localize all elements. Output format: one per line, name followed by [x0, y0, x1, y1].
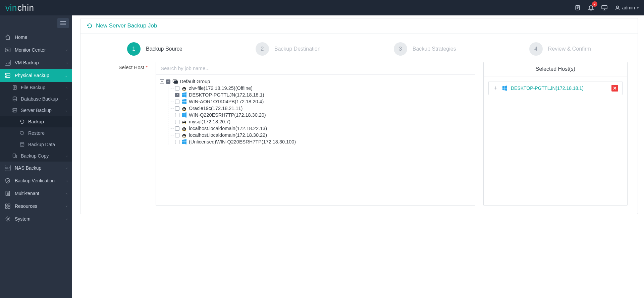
windows-icon [181, 112, 187, 118]
sidebar-submenu-physical: File Backup ‹ Database Backup ‹ Server B… [0, 82, 72, 162]
step-number: 2 [256, 42, 269, 56]
step-backup-destination[interactable]: 2 Backup Destination [256, 42, 321, 56]
sidebar-item-multi-tenant[interactable]: Multi-tenant ‹ [0, 187, 72, 200]
sidebar-item-server-backup[interactable]: Server Backup ⌄ [0, 105, 72, 116]
checkbox[interactable] [166, 79, 170, 84]
sidebar-item-backup-copy[interactable]: Backup Copy ‹ [0, 150, 72, 162]
windows-icon [181, 99, 187, 104]
remove-button[interactable]: ✕ [611, 85, 618, 92]
linux-icon [181, 119, 187, 124]
page-title: New Server Backup Job [96, 22, 157, 29]
tree-label: zlw-file(172.18.19.25)(Offline) [189, 85, 253, 91]
user-menu[interactable]: admin ▾ [615, 5, 639, 10]
tree-host[interactable]: WIN-AOR1O1K04PB(172.18.20.4) [170, 98, 471, 105]
wizard-panel: New Server Backup Job 1 Backup Source 2 … [80, 18, 638, 214]
log-icon[interactable] [575, 5, 581, 11]
sidebar-item-file-backup[interactable]: File Backup ‹ [0, 82, 72, 93]
chevron-left-icon: ‹ [66, 217, 67, 221]
checkbox[interactable] [175, 113, 179, 117]
tree-host[interactable]: localhost.localdomain(172.18.30.22) [170, 132, 471, 138]
select-host-label: Select Host* [91, 62, 148, 70]
checkbox[interactable] [175, 126, 179, 131]
sidebar-item-backup-data[interactable]: Backup Data [0, 139, 72, 150]
sidebar-item-backup-verification[interactable]: Backup Verification ‹ [0, 174, 72, 187]
sidebar-item-home[interactable]: Home [0, 31, 72, 44]
sidebar-item-label: Resources [15, 203, 62, 209]
sidebar-item-backup[interactable]: Backup [0, 116, 72, 127]
sidebar-item-nas-backup[interactable]: NAS NAS Backup ‹ [0, 162, 72, 174]
checkbox[interactable] [175, 106, 179, 111]
sidebar-item-label: Backup Data [28, 142, 55, 147]
checkbox[interactable] [175, 133, 179, 137]
selected-host-item: + DESKTOP-PGTTLJN(172.18.18.1) ✕ [488, 81, 623, 95]
tree-host[interactable]: Oracle19c(172.18.21.11) [170, 105, 471, 112]
windows-icon [502, 85, 507, 91]
step-backup-source[interactable]: 1 Backup Source [127, 42, 182, 56]
windows-icon [181, 92, 187, 98]
windows-icon [181, 139, 187, 144]
chevron-left-icon: ‹ [66, 61, 67, 65]
sidebar-item-resources[interactable]: Resources ‹ [0, 200, 72, 213]
chevron-left-icon: ‹ [66, 204, 67, 208]
sidebar-item-label: Server Backup [21, 108, 52, 113]
sidebar-item-monitor-center[interactable]: Monitor Center ‹ [0, 44, 72, 56]
tree-host[interactable]: zlw-file(172.18.19.25)(Offline) [170, 85, 471, 92]
main-content: New Server Backup Job 1 Backup Source 2 … [72, 15, 644, 298]
checkbox[interactable] [175, 140, 179, 144]
step-number: 1 [127, 42, 141, 56]
search-input[interactable] [156, 62, 475, 75]
sidebar-toggle[interactable] [57, 18, 69, 28]
expand-icon[interactable]: + [493, 85, 499, 91]
tree-host[interactable]: (Unlicensed)WIN-Q220ESRH7TP(172.18.30.10… [170, 138, 471, 145]
chevron-left-icon: ‹ [66, 179, 67, 183]
tree-label: WIN-AOR1O1K04PB(172.18.20.4) [189, 99, 264, 104]
sidebar-item-physical-backup[interactable]: Physical Backup ⌄ [0, 69, 72, 82]
sidebar-item-label: Home [15, 35, 67, 40]
checkbox[interactable] [175, 86, 179, 91]
sidebar-item-label: System [15, 216, 62, 222]
selected-hosts-header: Selected Host(s) [484, 62, 627, 76]
checkbox[interactable] [175, 93, 179, 97]
screen-icon[interactable] [601, 5, 607, 11]
sidebar-item-vm-backup[interactable]: VM VM Backup ‹ [0, 56, 72, 69]
sidebar-item-database-backup[interactable]: Database Backup ‹ [0, 93, 72, 105]
sidebar-item-restore[interactable]: Restore [0, 127, 72, 139]
vm-icon: VM [5, 60, 11, 66]
linux-icon [181, 132, 187, 138]
tree-label: Oracle19c(172.18.21.11) [189, 106, 243, 111]
linux-icon [181, 106, 187, 111]
top-bar: vin chin 7 admin ▾ [0, 0, 644, 15]
chevron-down-icon: ▾ [637, 6, 639, 10]
chevron-left-icon: ‹ [66, 154, 67, 158]
sidebar-item-label: Physical Backup [15, 73, 61, 78]
host-tree-panel: − Default Group zlw-file(172.18.19.25)(O… [156, 62, 475, 206]
tree-label: WIN-Q220ESRH7TP(172.18.30.20) [189, 112, 266, 118]
tree-host[interactable]: mysql(172.18.20.7) [170, 118, 471, 125]
sidebar-item-label: Backup Verification [15, 178, 62, 183]
group-icon [172, 79, 178, 84]
checkbox[interactable] [175, 120, 179, 124]
chevron-left-icon: ‹ [66, 86, 67, 90]
host-tree: − Default Group zlw-file(172.18.19.25)(O… [156, 75, 475, 151]
step-backup-strategies[interactable]: 3 Backup Strategies [394, 42, 456, 56]
chevron-left-icon: ‹ [66, 166, 67, 170]
step-review-confirm[interactable]: 4 Review & Confirm [529, 42, 591, 56]
notification-icon[interactable]: 7 [588, 5, 594, 11]
checkbox[interactable] [175, 100, 179, 104]
brand-prefix: vin [5, 3, 17, 13]
tree-host[interactable]: localhost.localdomain(172.18.22.13) [170, 125, 471, 132]
chevron-down-icon: ⌄ [65, 74, 67, 77]
chevron-left-icon: ‹ [66, 97, 67, 101]
nas-icon: NAS [5, 165, 11, 171]
sidebar-item-system[interactable]: System ‹ [0, 213, 72, 225]
tree-host[interactable]: WIN-Q220ESRH7TP(172.18.30.20) [170, 112, 471, 118]
tree-host[interactable]: DESKTOP-PGTTLJN(172.18.18.1) [170, 92, 471, 98]
chevron-left-icon: ‹ [66, 48, 67, 52]
selected-host-name[interactable]: DESKTOP-PGTTLJN(172.18.18.1) [511, 85, 608, 91]
tree-label: mysql(172.18.20.7) [189, 119, 230, 124]
sidebar-item-label: Restore [28, 130, 45, 136]
sidebar-item-label: Database Backup [21, 96, 58, 102]
step-label: Review & Confirm [548, 46, 591, 52]
tree-group[interactable]: − Default Group [160, 78, 471, 85]
expand-toggle[interactable]: − [160, 79, 164, 83]
